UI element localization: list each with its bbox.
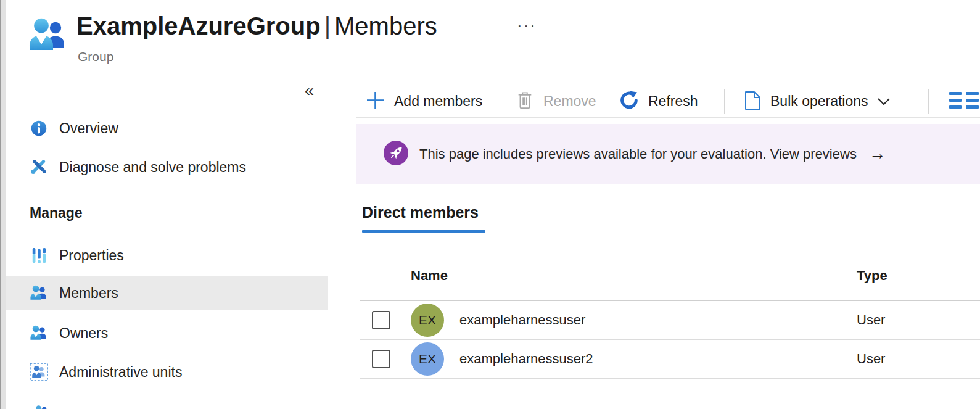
member-type: User [857,312,885,328]
more-menu-button[interactable]: ··· [517,16,537,35]
refresh-label: Refresh [648,93,698,110]
toolbar-divider [724,89,725,114]
add-members-label: Add members [394,93,482,110]
sidebar-item-administrative-units[interactable]: Administrative units [6,356,328,388]
members-table: Name Type EX exampleharnessuser User EX … [360,265,980,379]
tools-icon [30,158,48,176]
sidebar-section-divider [30,234,303,234]
window-scrollbar[interactable] [0,0,6,409]
resource-type-label: Group [78,49,113,64]
document-icon [744,91,761,112]
sidebar-item-label: Properties [59,247,124,264]
sidebar-item-label: Owners [59,325,108,342]
trash-icon [516,91,534,112]
add-members-button[interactable]: Add members [366,85,482,117]
avatar: EX [411,342,444,376]
page-title-section: Members [334,12,437,39]
arrow-right-icon[interactable]: → [869,144,886,163]
sidebar-item-label: Administrative units [59,364,182,381]
refresh-icon [619,91,639,112]
sidebar-item-overview[interactable]: Overview [6,112,328,144]
sidebar-item-members[interactable]: Members [6,276,328,310]
column-header-type[interactable]: Type [857,268,887,284]
table-row[interactable]: EX exampleharnessuser2 User [360,340,980,379]
remove-button[interactable]: Remove [516,85,596,117]
group-members-page: ExampleAzureGroup|Members ··· Group « Ov… [0,0,980,409]
rocket-icon [384,141,408,168]
avatar: EX [411,304,444,337]
members-icon [30,284,48,302]
row-checkbox[interactable] [372,311,390,329]
member-name[interactable]: exampleharnessuser2 [459,351,593,367]
sidebar-item-label: Overview [59,120,118,137]
sidebar-item-label: Diagnose and solve problems [59,159,246,176]
column-header-name[interactable]: Name [411,268,448,284]
page-title-separator: | [321,12,334,39]
bulk-operations-button[interactable]: Bulk operations [744,85,891,117]
group-icon [28,16,68,57]
banner-message: This page includes previews available fo… [419,146,857,162]
bulk-operations-label: Bulk operations [770,93,868,110]
info-icon [30,119,48,138]
view-previews-link[interactable]: View previews [770,146,857,162]
toolbar-divider [928,89,929,114]
sidebar-section-manage: Manage [30,205,83,221]
sidebar-collapse-button[interactable]: « [305,81,314,101]
refresh-button[interactable]: Refresh [619,85,698,117]
member-name[interactable]: exampleharnessuser [459,312,585,328]
remove-label: Remove [543,93,596,110]
page-title: ExampleAzureGroup|Members [76,12,437,40]
sidebar-item-partial-icon [33,404,49,409]
member-type: User [857,351,885,367]
tab-label: Direct members [362,204,485,221]
plus-icon [366,91,385,112]
sidebar-item-properties[interactable]: Properties [6,239,328,271]
columns-icon [949,92,979,110]
columns-button[interactable] [949,85,979,117]
command-bar-divider [356,117,980,118]
tab-direct-members[interactable]: Direct members [362,204,485,233]
properties-icon [30,246,48,265]
table-row[interactable]: EX exampleharnessuser User [360,301,980,340]
tab-active-indicator [362,230,485,233]
sidebar-item-label: Members [59,285,118,302]
chevron-down-icon [877,97,891,105]
administrative-units-icon [30,363,48,381]
owners-icon [30,324,48,342]
row-checkbox[interactable] [372,350,390,368]
sidebar-item-owners[interactable]: Owners [6,317,328,349]
sidebar-item-diagnose[interactable]: Diagnose and solve problems [6,151,328,183]
page-title-group-name: ExampleAzureGroup [76,12,321,39]
table-header-row: Name Type [360,265,980,301]
preview-banner: This page includes previews available fo… [356,124,980,184]
